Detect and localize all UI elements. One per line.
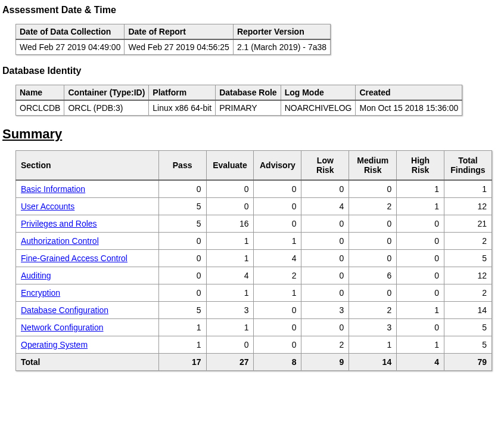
summary-col-advisory: Advisory [254, 151, 301, 181]
identity-col-header: Container (Type:ID) [64, 85, 149, 101]
identity-col-header: Database Role [216, 85, 281, 101]
section-link[interactable]: Auditing [21, 271, 51, 280]
section-link[interactable]: Fine-Grained Access Control [21, 253, 127, 263]
cell-total: 1 [444, 180, 491, 198]
cell-low: 0 [301, 284, 349, 302]
cell-high: 1 [397, 198, 444, 215]
total-row: Total17278914479 [16, 354, 492, 371]
cell-low: 0 [301, 250, 349, 267]
section-link[interactable]: Encryption [21, 288, 60, 298]
cell-total-label: Total [16, 354, 159, 371]
cell-advisory: 0 [254, 215, 301, 233]
cell-pass: 0 [158, 180, 206, 198]
cell-container: ORCL (PDB:3) [64, 100, 149, 116]
cell-advisory: 0 [254, 336, 301, 354]
cell-advisory: 2 [254, 267, 301, 284]
cell-medium: 2 [349, 198, 397, 215]
cell-section: User Accounts [16, 198, 159, 215]
table-row: Wed Feb 27 2019 04:49:00 Wed Feb 27 2019… [16, 39, 331, 55]
summary-col-evaluate: Evaluate [206, 151, 254, 181]
cell-pass: 0 [158, 233, 206, 250]
cell-medium: 0 [349, 215, 397, 233]
summary-col-section: Section [16, 151, 159, 181]
cell-pass: 0 [158, 250, 206, 267]
cell-low: 4 [301, 198, 349, 215]
cell-pass: 5 [158, 302, 206, 319]
table-row: Network Configuration1100305 [16, 319, 492, 336]
cell-total-pass: 17 [158, 354, 206, 371]
cell-total: 21 [444, 215, 491, 233]
cell-high: 0 [397, 215, 444, 233]
section-link[interactable]: Operating System [21, 340, 88, 349]
cell-created: Mon Oct 15 2018 15:36:00 [356, 100, 462, 116]
summary-col-pass: Pass [158, 151, 206, 181]
cell-section: Authorization Control [16, 233, 159, 250]
summary-col-low-risk: LowRisk [301, 151, 349, 181]
cell-high: 0 [397, 233, 444, 250]
cell-pass: 5 [158, 198, 206, 215]
cell-low: 0 [301, 233, 349, 250]
section-link[interactable]: Privileges and Roles [21, 219, 97, 228]
cell-total: 5 [444, 336, 491, 354]
cell-evaluate: 1 [206, 250, 254, 267]
cell-total: 2 [444, 233, 491, 250]
cell-low: 0 [301, 180, 349, 198]
assessment-col-header: Date of Data Collection [16, 24, 125, 40]
heading-identity: Database Identity [2, 66, 502, 76]
cell-high: 1 [397, 336, 444, 354]
cell-evaluate: 3 [206, 302, 254, 319]
assessment-col-header: Reporter Version [233, 24, 330, 40]
cell-advisory: 1 [254, 233, 301, 250]
heading-assessment: Assessment Date & Time [2, 5, 502, 16]
cell-high: 1 [397, 180, 444, 198]
cell-total-low: 9 [301, 354, 349, 371]
table-row: Basic Information0000011 [16, 180, 492, 198]
cell-total: 5 [444, 250, 491, 267]
cell-reporter-version: 2.1 (March 2019) - 7a38 [233, 39, 330, 55]
identity-col-header: Log Mode [281, 85, 356, 101]
cell-section: Encryption [16, 284, 159, 302]
cell-section: Fine-Grained Access Control [16, 250, 159, 267]
table-row: Encryption0110002 [16, 284, 492, 302]
cell-medium: 1 [349, 336, 397, 354]
summary-table: Section Pass Evaluate Advisory LowRisk M… [15, 150, 492, 371]
cell-medium: 0 [349, 250, 397, 267]
identity-col-header: Name [16, 85, 64, 101]
cell-advisory: 4 [254, 250, 301, 267]
cell-medium: 0 [349, 180, 397, 198]
cell-medium: 0 [349, 284, 397, 302]
cell-high: 0 [397, 267, 444, 284]
summary-col-total-findings: TotalFindings [444, 151, 491, 181]
cell-db-role: PRIMARY [216, 100, 281, 116]
cell-total-medium: 14 [349, 354, 397, 371]
cell-advisory: 0 [254, 302, 301, 319]
section-link[interactable]: Authorization Control [21, 236, 99, 246]
cell-evaluate: 1 [206, 284, 254, 302]
cell-section: Network Configuration [16, 319, 159, 336]
heading-summary: Summary [2, 126, 502, 142]
section-link[interactable]: Network Configuration [21, 323, 104, 332]
cell-date-collection: Wed Feb 27 2019 04:49:00 [16, 39, 125, 55]
cell-medium: 3 [349, 319, 397, 336]
cell-total: 5 [444, 319, 491, 336]
cell-medium: 2 [349, 302, 397, 319]
cell-total-high: 4 [397, 354, 444, 371]
section-link[interactable]: Basic Information [21, 184, 85, 194]
section-link[interactable]: User Accounts [21, 202, 74, 211]
cell-evaluate: 1 [206, 319, 254, 336]
cell-section: Operating System [16, 336, 159, 354]
summary-col-high-risk: HighRisk [397, 151, 444, 181]
cell-total-evaluate: 27 [206, 354, 254, 371]
cell-evaluate: 0 [206, 336, 254, 354]
assessment-table: Date of Data Collection Date of Report R… [15, 24, 331, 55]
cell-section: Database Configuration [16, 302, 159, 319]
assessment-col-header: Date of Report [125, 24, 233, 40]
cell-low: 0 [301, 267, 349, 284]
cell-section: Privileges and Roles [16, 215, 159, 233]
cell-medium: 6 [349, 267, 397, 284]
cell-total: 14 [444, 302, 491, 319]
cell-pass: 1 [158, 319, 206, 336]
section-link[interactable]: Database Configuration [21, 305, 108, 315]
cell-advisory: 1 [254, 284, 301, 302]
cell-total: 12 [444, 267, 491, 284]
